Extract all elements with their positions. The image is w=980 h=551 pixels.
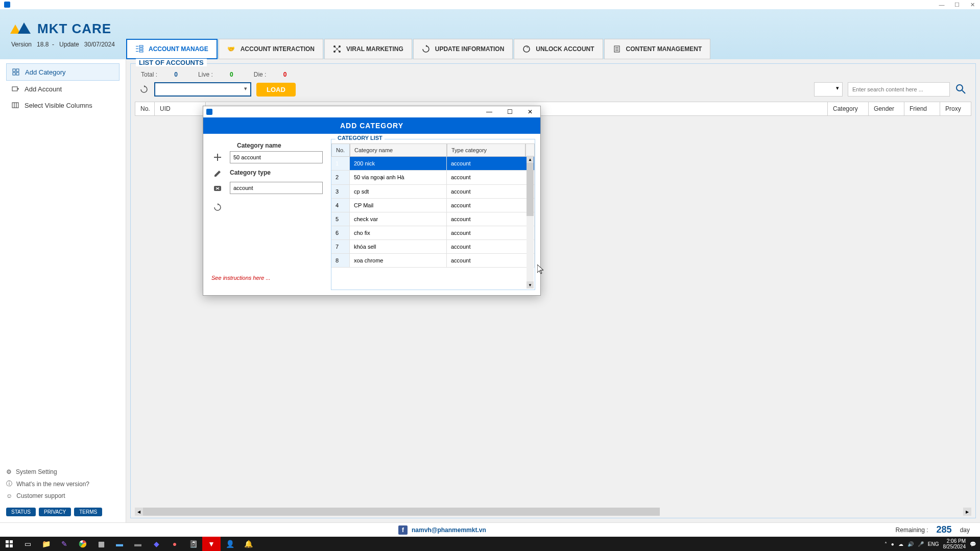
app-icon-9[interactable]: 👤	[221, 537, 239, 551]
file-explorer-icon[interactable]: 📁	[37, 537, 55, 551]
tray-volume-icon[interactable]: 🔊	[907, 541, 914, 547]
scroll-thumb[interactable]	[527, 163, 534, 216]
minimize-button[interactable]: —	[938, 1, 945, 8]
contact-email[interactable]: namvh@phanmemmkt.vn	[412, 526, 486, 534]
taskbar-clock[interactable]: 2:06 PM 8/25/2024	[943, 538, 966, 549]
tab-update-information[interactable]: UPDATE INFORMATION	[413, 39, 513, 59]
category-vertical-scrollbar[interactable]: ▲ ▼	[527, 156, 534, 289]
app-icon-5[interactable]: ◆	[147, 537, 165, 551]
version-label: Version	[11, 41, 32, 48]
filter-select[interactable]	[814, 82, 843, 97]
horizontal-scrollbar[interactable]: ◀ ▶	[135, 508, 971, 516]
col-category[interactable]: Category	[828, 102, 869, 115]
cat-cell-name: khóa sell	[350, 240, 447, 253]
app-icon-10[interactable]: 🔔	[239, 537, 257, 551]
app-icon-6[interactable]: ●	[165, 537, 184, 551]
tray-cloud-icon[interactable]: ☁	[898, 541, 903, 547]
cat-col-name[interactable]: Category name	[350, 143, 447, 157]
close-button[interactable]: ✕	[969, 1, 976, 8]
scroll-thumb[interactable]	[143, 508, 660, 516]
tray-icon-1[interactable]: ●	[891, 541, 894, 547]
edit-button[interactable]	[211, 167, 224, 180]
app-icon-2[interactable]: ▦	[92, 537, 110, 551]
app-icon-1[interactable]: ✎	[55, 537, 74, 551]
svg-rect-1	[136, 49, 138, 49]
customer-support-link[interactable]: ☺ Customer support	[6, 490, 119, 501]
instructions-link[interactable]: See instructions here ...	[211, 275, 323, 281]
add-account-icon	[11, 85, 19, 93]
modal-maximize-button[interactable]: ☐	[503, 107, 517, 116]
status-badge[interactable]: STATUS	[6, 508, 36, 516]
category-row[interactable]: 3cp sdtaccount	[331, 185, 535, 199]
app-icon-3[interactable]: ▬	[110, 537, 129, 551]
chrome-icon[interactable]	[74, 537, 92, 551]
app-icon-4[interactable]: ▬	[129, 537, 147, 551]
facebook-icon[interactable]: f	[398, 525, 408, 535]
category-row[interactable]: 250 via ngoại anh Hàaccount	[331, 171, 535, 185]
tab-viral-marketing[interactable]: VIRAL MARKETING	[324, 39, 412, 59]
category-type-input[interactable]	[230, 182, 323, 194]
cat-col-type[interactable]: Type category	[447, 143, 525, 157]
tray-chevron-icon[interactable]: ˄	[885, 541, 887, 547]
sidebar-item-select-columns[interactable]: Select Visible Columns	[6, 97, 119, 113]
terms-badge[interactable]: TERMS	[74, 508, 102, 516]
start-button[interactable]	[0, 537, 18, 551]
category-row[interactable]: 1200 nickaccount	[331, 157, 535, 171]
tray-lang[interactable]: ENG	[928, 541, 939, 547]
col-friend[interactable]: Friend	[904, 102, 940, 115]
app-icon-7[interactable]: 📓	[184, 537, 202, 551]
cat-cell-type: account	[447, 171, 535, 184]
sidebar-item-add-category[interactable]: Add Category	[6, 63, 119, 81]
notifications-icon[interactable]: 💬	[970, 541, 976, 547]
tab-account-interaction[interactable]: 🤝 ACCOUNT INTERACTION	[219, 39, 323, 59]
brand-name: MKT CARE	[37, 21, 111, 37]
load-button[interactable]: LOAD	[256, 83, 296, 97]
category-list-title: CATEGORY LIST	[336, 135, 385, 141]
task-view-icon[interactable]: ▭	[18, 537, 37, 551]
window-titlebar: — ☐ ✕	[0, 0, 980, 9]
cat-cell-type: account	[447, 199, 535, 212]
app-icon-8[interactable]: ▼	[202, 537, 221, 551]
modal-header: ADD CATEGORY	[203, 117, 540, 134]
search-icon[interactable]	[955, 83, 967, 95]
scroll-left-arrow[interactable]: ◀	[135, 508, 143, 516]
tab-account-manage[interactable]: ACCOUNT MANAGE	[126, 39, 218, 59]
category-row[interactable]: 5check varaccount	[331, 212, 535, 226]
sidebar-item-add-account[interactable]: Add Account	[6, 81, 119, 97]
modal-minimize-button[interactable]: —	[482, 107, 496, 116]
add-button[interactable]	[211, 151, 224, 163]
whats-new-link[interactable]: ⓘ What's in the new version?	[6, 477, 119, 490]
unlock-icon	[522, 45, 531, 53]
category-row[interactable]: 8xoa chromeaccount	[331, 254, 535, 268]
privacy-badge[interactable]: PRIVACY	[39, 508, 71, 516]
stat-label: Live :	[198, 71, 213, 78]
scroll-up-arrow[interactable]: ▲	[527, 156, 534, 163]
col-uid[interactable]: UID	[155, 102, 206, 115]
scroll-down-arrow[interactable]: ▼	[527, 281, 534, 289]
delete-button[interactable]	[211, 182, 224, 194]
col-no[interactable]: No.	[135, 102, 155, 115]
scroll-right-arrow[interactable]: ▶	[963, 508, 971, 516]
tab-unlock-account[interactable]: UNLOCK ACCOUNT	[514, 39, 603, 59]
cat-cell-name: cho fix	[350, 226, 447, 239]
col-proxy[interactable]: Proxy	[940, 102, 971, 115]
system-setting-link[interactable]: ⚙ System Setting	[6, 466, 119, 477]
category-row[interactable]: 6cho fixaccount	[331, 226, 535, 240]
category-name-input[interactable]	[230, 151, 323, 163]
category-row[interactable]: 7khóa sellaccount	[331, 240, 535, 254]
maximize-button[interactable]: ☐	[953, 1, 961, 8]
sidebar-item-label: Add Account	[25, 85, 62, 93]
svg-rect-24	[12, 103, 18, 108]
col-gender[interactable]: Gender	[869, 102, 904, 115]
category-dropdown[interactable]	[154, 82, 251, 97]
category-row[interactable]: 4CP Mailaccount	[331, 199, 535, 212]
cat-col-no[interactable]: No.	[331, 143, 350, 157]
cat-cell-no: 7	[331, 240, 350, 253]
search-input[interactable]	[848, 82, 950, 97]
refresh-button[interactable]	[139, 84, 149, 94]
modal-close-button[interactable]: ✕	[523, 107, 537, 116]
tab-content-management[interactable]: CONTENT MANAGEMENT	[604, 39, 711, 59]
refresh-button[interactable]	[211, 201, 224, 213]
columns-icon	[11, 101, 19, 109]
tray-mic-icon[interactable]: 🎤	[918, 541, 924, 547]
